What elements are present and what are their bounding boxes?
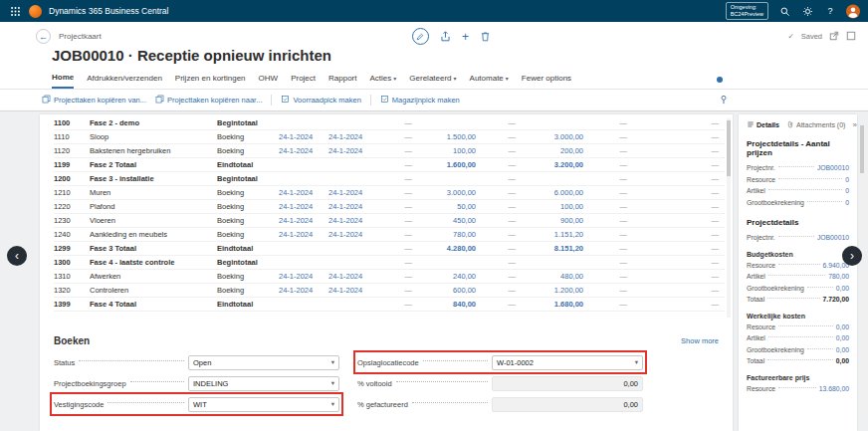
table-row[interactable]: 1320ControlerenBoeking24-1-202424-1-2024… — [54, 284, 725, 298]
chevron-down-icon[interactable]: ▾ — [331, 400, 334, 408]
collapse-factbox-icon[interactable]: » — [852, 120, 856, 129]
action-projecttaken-kopi-ren-van[interactable]: Projecttaken kopiëren van... — [42, 95, 146, 106]
table-row[interactable]: 1120Bakstenen hergebruikenBoeking24-1-20… — [54, 144, 725, 158]
field-value[interactable]: 780,00 — [828, 273, 849, 280]
field-value[interactable]: 13.680,00 — [819, 385, 849, 392]
focus-mode-icon[interactable] — [846, 31, 856, 41]
tab-home[interactable]: Home — [52, 68, 74, 89]
tab-details[interactable]: Details — [747, 120, 779, 129]
previous-record-button[interactable]: ‹ — [7, 246, 27, 266]
tab-ohw[interactable]: OHW — [259, 68, 279, 89]
field-value[interactable]: 0 — [845, 199, 849, 206]
page-title: JOB00010 · Receptie opnieuw inrichten — [52, 47, 331, 64]
empty-value-dash: — — [583, 202, 627, 211]
task-description: Controleren — [90, 286, 217, 295]
chevron-down-icon[interactable]: ▾ — [331, 379, 334, 387]
back-button[interactable]: ← — [36, 29, 51, 44]
help-icon[interactable]: ? — [823, 4, 837, 18]
popout-icon[interactable] — [829, 31, 839, 41]
factbox-field: Projectnr.JOB00010 — [747, 162, 849, 174]
empty-value-dash: — — [476, 160, 516, 169]
app-title[interactable]: Dynamics 365 Business Central — [49, 6, 168, 16]
field-value[interactable]: 0,00 — [836, 334, 849, 341]
table-row[interactable]: 1199Fase 2 TotaalEindtotaal—1.600,00—3.2… — [54, 158, 725, 172]
end-date: 24-1-2024 — [328, 188, 378, 197]
pin-icon[interactable] — [719, 95, 729, 105]
share-icon[interactable] — [440, 31, 451, 42]
field-label: Artikel — [747, 187, 765, 194]
table-row[interactable]: 1210MurenBoeking24-1-202424-1-2024—3.000… — [54, 186, 725, 200]
tab-gerelateerd[interactable]: Gerelateerd▾ — [409, 68, 456, 89]
tab-project[interactable]: Project — [291, 68, 316, 89]
search-icon[interactable] — [777, 4, 791, 18]
task-type: Boeking — [217, 188, 279, 197]
field-value[interactable]: JOB00010 — [817, 234, 849, 241]
notification-dot[interactable] — [717, 77, 723, 83]
chevron-down-icon[interactable]: ▾ — [331, 358, 334, 366]
tab-acties[interactable]: Acties▾ — [370, 68, 397, 89]
tab-prijzen-en-kortingen[interactable]: Prijzen en kortingen — [175, 68, 246, 89]
field-voltooid: % voltooid0,00 — [357, 375, 643, 391]
task-type: Eindtotaal — [217, 160, 279, 169]
empty-value-dash: — — [476, 132, 516, 141]
field-value[interactable]: 0,00 — [836, 346, 849, 353]
empty-value-dash: — — [583, 258, 627, 267]
field-label: Status — [54, 358, 75, 367]
environment-badge[interactable]: Omgeving: BC24Preview — [726, 2, 768, 20]
end-date: 24-1-2024 — [328, 202, 378, 211]
projectboekingsgroep-input[interactable]: INDELING▾ — [188, 376, 339, 391]
field-value[interactable]: 0 — [845, 176, 849, 183]
tab-fewer-options[interactable]: Fewer options — [522, 68, 571, 89]
boeken-heading[interactable]: Boeken — [54, 335, 90, 346]
tab-attachments[interactable]: Attachments (0) — [786, 120, 845, 129]
voltooid-input[interactable]: 0,00 — [492, 376, 643, 391]
table-row[interactable]: 1310AfwerkenBoeking24-1-202424-1-2024—24… — [54, 270, 725, 284]
new-record-icon[interactable]: + — [462, 32, 469, 42]
avatar[interactable] — [846, 4, 860, 18]
action-projecttaken-kopi-ren-naar[interactable]: Projecttaken kopiëren naar... — [155, 95, 262, 106]
action-voorraadpick-maken[interactable]: Voorraadpick maken — [281, 95, 360, 106]
task-description: Fase 4 Totaal — [90, 300, 217, 309]
tab-automate[interactable]: Automate▾ — [470, 68, 509, 89]
table-row[interactable]: 1399Fase 4 TotaalEindtotaal—840,00—1.680… — [54, 298, 725, 312]
divider — [370, 95, 371, 106]
table-row[interactable]: 1110SloopBoeking24-1-202424-1-2024—1.500… — [54, 130, 725, 144]
table-row[interactable]: 1230VloerenBoeking24-1-202424-1-2024—450… — [54, 214, 725, 228]
field-value[interactable]: JOB00010 — [817, 164, 849, 171]
field-value[interactable]: 0,00 — [836, 285, 849, 292]
task-no: 1220 — [54, 202, 90, 211]
settings-gear-icon[interactable] — [800, 4, 814, 18]
table-row[interactable]: 1300Fase 4 - laatste controleBegintotaal… — [54, 256, 725, 270]
tab-afdrukken-verzenden[interactable]: Afdrukken/verzenden — [87, 68, 162, 89]
table-row[interactable]: 1240Aankleding en meubelsBoeking24-1-202… — [54, 228, 725, 242]
action-magazijnpick-maken[interactable]: Magazijnpick maken — [380, 95, 460, 106]
chevron-down-icon[interactable]: ▾ — [635, 358, 638, 366]
edit-pencil-icon[interactable] — [412, 28, 429, 45]
app-launcher-icon[interactable] — [8, 4, 22, 18]
show-more-link[interactable]: Show more — [681, 336, 719, 345]
table-row[interactable]: 1200Fase 3 - installatieBegintotaal———— — [54, 172, 725, 186]
table-row[interactable]: 1100Fase 2 - demoBegintotaal———— — [54, 116, 725, 130]
factbox-field: Artikel0,00 — [747, 332, 849, 344]
task-description: Muren — [90, 188, 217, 197]
next-record-button[interactable]: › — [842, 246, 862, 266]
empty-value-dash: — — [583, 230, 627, 239]
field-value[interactable]: 0 — [845, 187, 849, 194]
field-label: Opslaglocatiecode — [357, 358, 419, 367]
factbox-scrollbar[interactable] — [860, 115, 864, 429]
tab-rapport[interactable]: Rapport — [328, 68, 356, 89]
table-row[interactable]: 1220PlafondBoeking24-1-202424-1-2024—50,… — [54, 200, 725, 214]
field-value: W-01-0002 — [497, 358, 534, 367]
table-scrollbar[interactable] — [727, 118, 731, 318]
gefactureerd-input[interactable]: 0,00 — [492, 397, 643, 412]
task-no: 1230 — [54, 216, 90, 225]
breadcrumb[interactable]: Projectkaart — [59, 32, 102, 41]
field-label: Artikel — [747, 334, 765, 341]
field-value[interactable]: 0,00 — [836, 323, 849, 330]
table-row[interactable]: 1299Fase 3 TotaalEindtotaal—4.280,00—8.1… — [54, 242, 725, 256]
status-input[interactable]: Open▾ — [188, 355, 339, 370]
opslaglocatiecode-input[interactable]: W-01-0002▾ — [492, 355, 643, 370]
factbox-field: Projectnr.JOB00010 — [747, 232, 849, 244]
vestigingscode-input[interactable]: WIT▾ — [188, 397, 339, 412]
delete-trash-icon[interactable] — [480, 31, 491, 42]
